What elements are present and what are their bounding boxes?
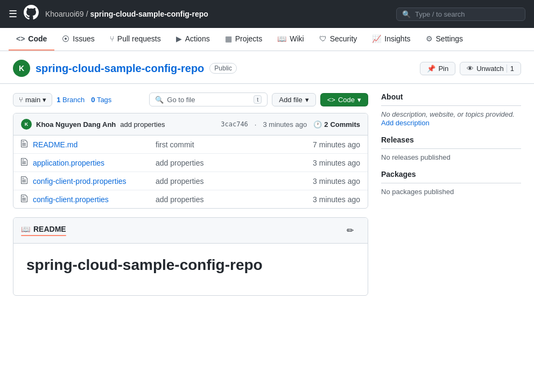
main-content: ⑂ main ▾ 1 Branch 0 Tags 🔍 Go to file t — [0, 84, 534, 304]
chevron-down-icon: ▾ — [305, 96, 309, 104]
file-time: 3 minutes ago — [313, 159, 360, 167]
branch-label: Branch — [62, 96, 85, 104]
tab-projects[interactable]: ▦ Projects — [217, 28, 270, 51]
file-name-link[interactable]: README.md — [33, 140, 151, 149]
commit-separator: · — [255, 120, 257, 129]
commits-count: 2 — [324, 120, 328, 129]
readme-title-wrapper: 📖 README — [21, 225, 66, 236]
tag-label: Tags — [97, 96, 111, 104]
table-row: config-client-prod.properties add proper… — [13, 172, 368, 190]
releases-title: Releases — [381, 136, 521, 149]
commits-label: Commits — [330, 120, 360, 129]
hamburger-menu[interactable]: ☰ — [9, 8, 17, 20]
actions-icon: ▶ — [176, 34, 182, 43]
tab-security[interactable]: 🛡 Security — [312, 28, 365, 51]
repo-actions: 📌 Pin 👁 Unwatch 1 — [420, 62, 521, 75]
go-to-file-placeholder: Go to file — [167, 96, 195, 104]
file-time: 7 minutes ago — [313, 140, 360, 149]
projects-icon: ▦ — [225, 34, 232, 43]
readme-section: 📖 README ✏ spring-cloud-sample-config-re… — [13, 217, 368, 296]
tag-count: 0 — [91, 96, 95, 104]
breadcrumb-user[interactable]: Khoaruoi69 — [45, 10, 84, 18]
commit-time: 3 minutes ago — [263, 120, 307, 129]
navbar: ☰ Khoaruoi69 / spring-cloud-sample-confi… — [0, 0, 534, 28]
add-file-label: Add file — [279, 96, 302, 104]
repo-tabs: <> Code ⦿ Issues ⑂ Pull requests ▶ Actio… — [0, 28, 534, 51]
tab-pull-requests[interactable]: ⑂ Pull requests — [102, 28, 168, 51]
unwatch-count: 1 — [507, 65, 514, 73]
commit-info-left: K Khoa Nguyen Dang Anh add properties — [21, 119, 165, 130]
tab-projects-label: Projects — [235, 34, 263, 43]
repo-name-heading: spring-cloud-sample-config-repo — [36, 62, 204, 75]
readme-content: spring-cloud-sample-config-repo — [13, 244, 368, 295]
content-left: ⑂ main ▾ 1 Branch 0 Tags 🔍 Go to file t — [13, 92, 368, 296]
no-description: No description, website, or topics provi… — [381, 110, 521, 118]
breadcrumb-repo[interactable]: spring-cloud-sample-config-repo — [90, 10, 208, 18]
commit-hash[interactable]: 3cac746 — [221, 120, 248, 128]
visibility-badge: Public — [209, 63, 237, 74]
file-tree: K Khoa Nguyen Dang Anh add properties 3c… — [13, 113, 368, 209]
branch-selector[interactable]: ⑂ main ▾ — [13, 93, 52, 106]
readme-underline — [21, 235, 66, 236]
insights-icon: 📈 — [372, 34, 381, 43]
repo-header: K spring-cloud-sample-config-repo Public… — [0, 51, 534, 84]
pin-button[interactable]: 📌 Pin — [420, 62, 455, 75]
about-section: About No description, website, or topics… — [381, 92, 521, 127]
add-description-link[interactable]: Add description — [381, 119, 430, 127]
go-to-file-input[interactable]: 🔍 Go to file t — [149, 92, 268, 106]
tab-wiki-label: Wiki — [290, 34, 304, 43]
tab-code[interactable]: <> Code — [9, 28, 54, 51]
tab-pr-label: Pull requests — [117, 34, 161, 43]
breadcrumb: Khoaruoi69 / spring-cloud-sample-config-… — [45, 10, 208, 18]
tab-insights[interactable]: 📈 Insights — [364, 28, 418, 51]
file-commit-msg: add properties — [156, 195, 308, 204]
file-icon — [21, 158, 29, 168]
tab-actions[interactable]: ▶ Actions — [168, 28, 217, 51]
readme-title: README — [33, 225, 66, 233]
branches-link[interactable]: 1 Branch — [57, 96, 85, 104]
file-commit-msg: add properties — [156, 159, 308, 167]
tab-actions-label: Actions — [185, 34, 210, 43]
file-time: 3 minutes ago — [313, 195, 360, 204]
repo-name-link[interactable]: spring-cloud-sample-config-repo — [36, 62, 204, 74]
history-icon: 🕐 — [313, 120, 322, 129]
file-name-link[interactable]: config-client.properties — [33, 195, 151, 204]
branch-icon: ⑂ — [19, 96, 23, 104]
tab-issues[interactable]: ⦿ Issues — [54, 28, 102, 51]
tab-security-label: Security — [330, 34, 357, 43]
breadcrumb-separator: / — [86, 10, 88, 18]
go-to-file-shortcut: t — [254, 95, 262, 104]
content-right: About No description, website, or topics… — [381, 92, 521, 296]
table-row: README.md first commit 7 minutes ago — [13, 136, 368, 154]
tab-settings[interactable]: ⚙ Settings — [418, 28, 471, 51]
github-logo-icon[interactable] — [24, 5, 39, 23]
code-button[interactable]: <> Code ▾ — [320, 93, 368, 106]
tab-wiki[interactable]: 📖 Wiki — [270, 28, 311, 51]
commit-author[interactable]: Khoa Nguyen Dang Anh — [36, 120, 116, 129]
code-label: Code — [338, 96, 355, 104]
file-icon — [21, 176, 29, 186]
tab-insights-label: Insights — [384, 34, 410, 43]
eye-icon: 👁 — [467, 65, 474, 73]
file-commit-msg: add properties — [156, 177, 308, 186]
file-name-link[interactable]: application.properties — [33, 159, 151, 167]
branch-count: 1 — [57, 96, 60, 104]
pr-icon: ⑂ — [110, 34, 114, 43]
commit-message: add properties — [120, 120, 165, 129]
search-placeholder: Type / to search — [415, 10, 465, 18]
edit-readme-button[interactable]: ✏ — [340, 223, 360, 238]
packages-title: Packages — [381, 170, 521, 183]
commits-link[interactable]: 🕐 2 Commits — [313, 120, 360, 129]
global-search[interactable]: 🔍 Type / to search — [396, 8, 525, 21]
search-icon: 🔍 — [402, 10, 411, 18]
pin-icon: 📌 — [427, 65, 435, 73]
tags-link[interactable]: 0 Tags — [91, 96, 111, 104]
no-releases: No releases published — [381, 153, 521, 161]
unwatch-button[interactable]: 👁 Unwatch 1 — [460, 62, 521, 75]
code-icon: <> — [327, 96, 335, 104]
table-row: config-client.properties add properties … — [13, 190, 368, 208]
add-file-button[interactable]: Add file ▾ — [272, 93, 315, 106]
file-rows: README.md first commit 7 minutes ago app… — [13, 136, 368, 208]
file-name-link[interactable]: config-client-prod.properties — [33, 177, 151, 186]
releases-section: Releases No releases published — [381, 136, 521, 161]
